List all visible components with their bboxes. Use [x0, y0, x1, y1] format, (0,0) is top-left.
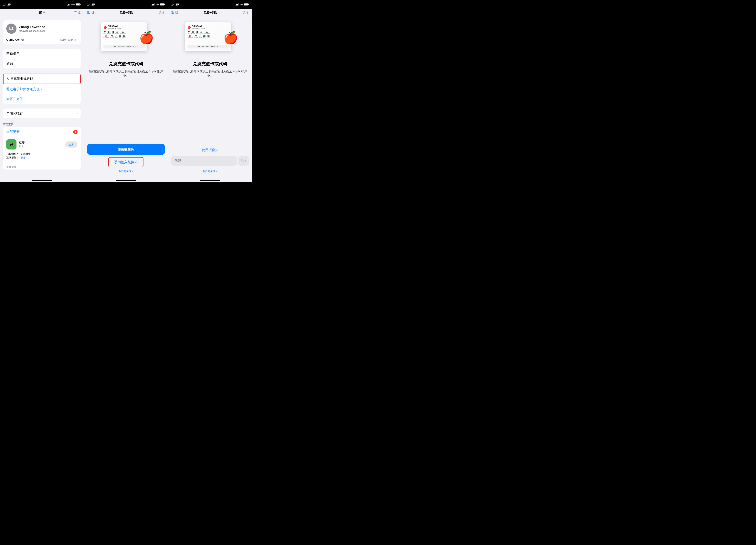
gift-card-title-3: Gift Card: [192, 25, 205, 28]
battery-icon-2: [160, 3, 165, 5]
exchange-button-3: 兑换: [238, 156, 249, 166]
wifi-icon-3: [240, 3, 243, 5]
svg-rect-7: [248, 4, 249, 5]
update-badge: 1: [73, 130, 78, 134]
highlight-redeem: 兑换充值卡或代码: [3, 74, 81, 84]
account-scroll: LZ Zhang Lawrence todaylab@outlook.com G…: [0, 17, 84, 178]
update-all-row[interactable]: 全部更新 1: [3, 127, 81, 137]
home-bar-2: [116, 180, 136, 181]
menu-item-topup[interactable]: 为帐户充值: [3, 94, 81, 104]
status-bar-1: 14:25: [0, 0, 84, 9]
signal-icon-3: [236, 3, 238, 5]
douban-desc: - 体验优化与问题修复: [6, 153, 31, 155]
svg-rect-4: [164, 4, 165, 5]
signal-icon-1: [67, 3, 70, 5]
home-bar-1: [32, 180, 52, 181]
panel-redeem-input: 14:25 取消 兑换代码 兑换 🍎 Gif: [168, 0, 252, 182]
douban-info: 豆瓣 昨天: [19, 141, 63, 148]
code-input-field[interactable]: [171, 156, 237, 166]
status-icons-3: [236, 3, 249, 5]
menu-section-1: 已购项目 › 通知 ›: [3, 49, 81, 69]
status-time-1: 14:25: [3, 3, 11, 6]
redeem-desc-3: 请扫描代码以将店内或线上购买的项目兑换至 Apple 帐户中。: [173, 69, 247, 78]
battery-icon-3: [244, 3, 249, 5]
chevron-purchased: ›: [77, 52, 78, 55]
game-center-row[interactable]: Game Center lawrencezxm ›: [6, 36, 78, 41]
menu-item-email-gift[interactable]: 通过电子邮件发送充值卡: [3, 84, 81, 94]
status-icons-1: [67, 3, 81, 5]
status-bar-2: 14:25: [84, 0, 168, 9]
douban-name: 豆瓣: [19, 141, 63, 145]
menu-item-redeem[interactable]: 兑换充值卡或代码: [4, 74, 80, 84]
panel-redeem-camera: 14:25 取消 兑换代码 兑换 🍎 Gif: [84, 0, 168, 182]
user-card: LZ Zhang Lawrence todaylab@outlook.com G…: [3, 20, 81, 44]
user-details: Zhang Lawrence todaylab@outlook.com: [19, 25, 45, 32]
wifi-icon-2: [156, 3, 159, 5]
redeem2-scroll: 🍎 Gift Card For all things Apple 🖥️Mac 📱…: [84, 17, 168, 141]
nav-title-redeem3: 兑换代码: [183, 11, 237, 15]
apple-deco-3: 🍎: [224, 26, 237, 49]
battery-icon-1: [76, 3, 81, 5]
nav-title-redeem2: 兑换代码: [99, 11, 153, 15]
menu-section-redeem: 兑换充值卡或代码 通过电子邮件发送充值卡 为帐户充值: [3, 73, 81, 104]
game-center-value: lawrencezxm ›: [59, 38, 78, 41]
home-bar-3: [200, 180, 220, 181]
manual-button-2[interactable]: 手动输入兑换码: [110, 158, 142, 166]
nav-cancel-2[interactable]: 取消: [87, 11, 99, 15]
apple-logo-2: 🍎: [103, 26, 107, 29]
signal-icon-2: [152, 3, 154, 5]
gift-card-subtitle-3: For all things Apple: [192, 28, 205, 29]
redeem-title-3: 兑换充值卡或代码: [193, 61, 227, 67]
douban-app-row: 豆 豆瓣 昨天 更新: [3, 137, 81, 152]
nav-bar-account: 账户 完成: [0, 9, 84, 17]
gift-card-title-2: Gift Card: [108, 25, 121, 28]
douban-date: 昨天: [19, 145, 63, 148]
apple-deco-2: 🍎: [140, 26, 153, 49]
recent-label: 最近更新: [3, 162, 81, 170]
bottom-area-2: 使用摄像头 手动输入兑换码 条款与条件 >: [84, 141, 168, 178]
terms-link-2[interactable]: 条款与条件 >: [119, 170, 133, 173]
avatar: LZ: [6, 24, 16, 34]
wifi-icon-1: [71, 3, 75, 5]
redeem3-content: 🍎 Gift Card For all things Apple 🖥️Mac 📱…: [168, 17, 252, 83]
panel-account: 14:25 账户 完成 LZ Zhang Lawrence todaylab@o…: [0, 0, 84, 182]
menu-section-personal: 个性化推荐 ›: [3, 109, 81, 118]
gift-card-code-2: YDVZVXWYLYDXQRTK: [103, 45, 145, 48]
camera-text-button-3[interactable]: 使用摄像头: [202, 148, 218, 152]
gift-card-code-3: YDVZVXWYLYDXQRTK: [187, 45, 229, 48]
recent-updates-label: 近期更新：: [6, 156, 19, 159]
available-updates-label: 可用更新: [3, 123, 81, 126]
nav-exchange-3: 兑换: [237, 11, 249, 15]
nav-cancel-3[interactable]: 取消: [171, 11, 183, 15]
douban-icon-symbol: 豆: [9, 141, 14, 148]
status-bar-3: 14:25: [168, 0, 252, 9]
nav-done-button[interactable]: 完成: [69, 11, 81, 15]
gift-card-container-2: 🍎 Gift Card For all things Apple 🖥️Mac 📱…: [99, 22, 153, 56]
nav-bar-redeem3: 取消 兑换代码 兑换: [168, 9, 252, 17]
user-email: todaylab@outlook.com: [19, 29, 45, 32]
redeem2-content: 🍎 Gift Card For all things Apple 🖥️Mac 📱…: [84, 17, 168, 83]
camera-button-2[interactable]: 使用摄像头: [87, 144, 165, 155]
gift-card-subtitle-2: For all things Apple: [108, 28, 121, 29]
chevron-personal: ›: [77, 112, 78, 115]
update-button[interactable]: 更新: [65, 142, 78, 148]
code-input-area: 兑换: [171, 156, 249, 166]
menu-item-notifications[interactable]: 通知 ›: [3, 59, 81, 69]
updates-section: 可用更新 全部更新 1 豆 豆瓣 昨天 更新: [3, 123, 81, 170]
svg-rect-8: [244, 4, 248, 5]
status-time-3: 14:25: [171, 3, 179, 6]
gift-card-icons-2: 🖥️Mac 📱iPhone 📱iPad ⌚Watch 🎧Accessories: [103, 31, 145, 34]
terms-link-3[interactable]: 条款与条件 >: [203, 170, 217, 173]
menu-item-purchased[interactable]: 已购项目 ›: [3, 49, 81, 59]
redeem3-scroll: 🍎 Gift Card For all things Apple 🖥️Mac 📱…: [168, 17, 252, 145]
apple-logo-3: 🍎: [187, 26, 191, 29]
user-name: Zhang Lawrence: [19, 25, 45, 29]
status-time-2: 14:25: [87, 3, 95, 6]
douban-icon: 豆: [6, 139, 16, 150]
redeem-title-2: 兑换充值卡或代码: [109, 61, 143, 67]
douban-desc-row: - 体验优化与问题修复 近期更新： 更多: [3, 152, 81, 162]
menu-item-personal[interactable]: 个性化推荐 ›: [3, 109, 81, 118]
status-icons-2: [152, 3, 165, 5]
more-link[interactable]: 更多: [21, 156, 26, 159]
bottom-area-3: 使用摄像头 兑换 条款与条件 >: [168, 145, 252, 178]
